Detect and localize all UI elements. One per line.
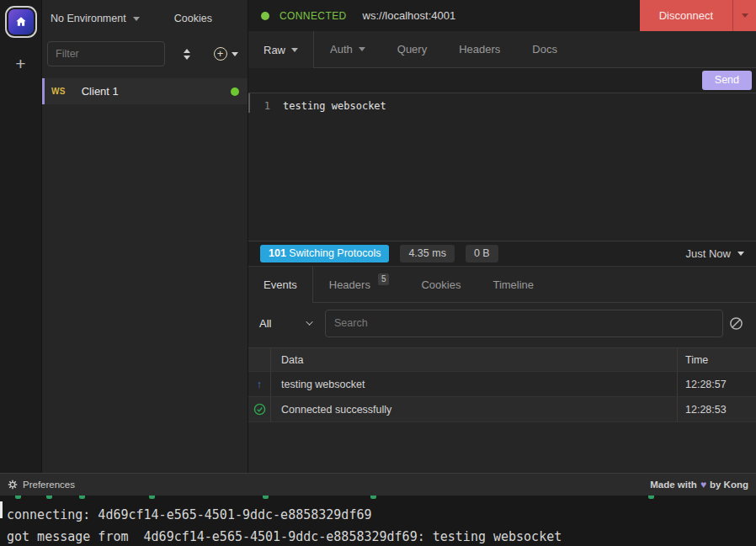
tab-headers-label: Headers <box>459 43 500 56</box>
sidebar-filter-row: + <box>42 37 248 71</box>
event-type-select[interactable]: All <box>259 317 313 330</box>
tab-docs-label: Docs <box>532 43 557 56</box>
disconnect-button[interactable]: Disconnect <box>640 0 732 31</box>
sidebar: No Environment Cookies + WS Client 1 <box>42 0 248 473</box>
editor-grip <box>248 93 250 113</box>
terminal-cursor <box>0 501 3 518</box>
icon-column-header <box>248 348 271 371</box>
insomnia-logo <box>8 9 34 34</box>
tab-headers[interactable]: Headers <box>443 31 516 67</box>
preferences-button[interactable]: Preferences <box>8 480 75 490</box>
event-type-value: All <box>259 317 271 330</box>
sort-up-icon <box>184 49 190 53</box>
chevron-down-icon <box>291 48 298 52</box>
events-search-input[interactable] <box>325 310 723 337</box>
cookies-button[interactable]: Cookies <box>174 13 212 24</box>
home-icon <box>14 15 28 29</box>
table-row[interactable]: Connected successfully 12:28:53 <box>248 397 756 422</box>
tab-query[interactable]: Query <box>381 31 443 67</box>
events-filter-row: All <box>248 303 756 343</box>
events-table: Data Time ↑ testing websocket 12:28:57 C… <box>248 347 756 422</box>
sort-button[interactable] <box>165 49 209 60</box>
chevron-down-icon <box>232 52 238 56</box>
event-data-cell: Connected successfully <box>271 397 678 421</box>
credit-suffix: by Kong <box>710 480 748 490</box>
request-tabbar: Raw Auth Query Headers Docs <box>248 31 756 68</box>
connected-check-icon <box>253 403 266 416</box>
plus-circle-icon: + <box>214 47 227 61</box>
disconnect-button-group: Disconnect <box>640 0 756 31</box>
headers-count-badge: 5 <box>378 273 390 285</box>
gear-icon <box>8 480 18 490</box>
tab-events[interactable]: Events <box>248 267 313 303</box>
response-size-chip: 0 B <box>466 245 498 262</box>
connection-status-label: CONNECTED <box>280 10 347 22</box>
ban-icon <box>729 316 743 331</box>
sidebar-top-bar: No Environment Cookies <box>42 0 248 37</box>
terminal-line: got message from 4d69cf14-e565-4501-9ddc… <box>7 526 756 546</box>
credit-prefix: Made with <box>650 480 697 490</box>
tab-raw-label: Raw <box>264 44 285 56</box>
tab-response-headers[interactable]: Headers5 <box>313 267 406 302</box>
clear-events-button[interactable] <box>729 316 745 331</box>
made-by-kong-credit: Made with ♥ by Kong <box>650 479 748 490</box>
message-sent-arrow-icon: ↑ <box>257 378 263 390</box>
home-button[interactable] <box>5 6 37 38</box>
sidebar-filter-input[interactable] <box>47 41 165 66</box>
tab-docs[interactable]: Docs <box>516 31 573 67</box>
chevron-down-icon <box>742 13 748 18</box>
new-project-button[interactable]: + <box>15 55 25 72</box>
status-bar: Preferences Made with ♥ by Kong <box>0 473 756 496</box>
ws-method-tag: WS <box>51 87 66 96</box>
response-history-label: Just Now <box>686 247 731 260</box>
tab-response-cookies-label: Cookies <box>421 278 461 291</box>
response-history-dropdown[interactable]: Just Now <box>686 247 744 260</box>
tab-timeline-label: Timeline <box>492 278 534 291</box>
main-empty-area <box>248 422 756 473</box>
request-tabbar-rest: Auth Query Headers Docs <box>314 31 756 68</box>
elapsed-time-chip: 4.35 ms <box>400 245 454 262</box>
chevron-down-icon <box>133 17 140 21</box>
status-code: 101 <box>269 247 286 259</box>
tab-auth[interactable]: Auth <box>314 31 381 67</box>
event-time-cell: 12:28:53 <box>678 397 756 421</box>
chevron-down-icon <box>306 318 312 325</box>
environment-selector[interactable]: No Environment <box>51 13 140 24</box>
client-name: Client 1 <box>82 85 231 98</box>
sidebar-item-client-1[interactable]: WS Client 1 <box>42 78 248 104</box>
main-panel: CONNECTED ws://localhost:4001 Disconnect… <box>248 0 756 473</box>
terminal[interactable]: connecting: 4d69cf14-e565-4501-9ddc-e885… <box>0 496 756 546</box>
event-data-cell: testing websocket <box>271 372 678 396</box>
table-row[interactable]: ↑ testing websocket 12:28:57 <box>248 372 756 397</box>
tab-timeline[interactable]: Timeline <box>476 267 550 302</box>
icon-rail: + <box>0 0 42 473</box>
tab-response-headers-label: Headers <box>329 278 370 291</box>
chevron-down-icon <box>359 47 365 51</box>
event-time-cell: 12:28:57 <box>678 372 756 396</box>
tab-response-cookies[interactable]: Cookies <box>405 267 476 302</box>
send-button[interactable]: Send <box>702 71 752 90</box>
response-status-bar: 101 Switching Protocols 4.35 ms 0 B Just… <box>248 241 756 267</box>
url-bar: CONNECTED ws://localhost:4001 Disconnect <box>248 0 756 31</box>
tab-raw[interactable]: Raw <box>248 31 314 68</box>
disconnect-dropdown-button[interactable] <box>732 0 756 31</box>
data-column-header: Data <box>271 348 678 371</box>
tab-events-label: Events <box>264 278 297 291</box>
environment-label: No Environment <box>51 13 126 24</box>
time-column-header: Time <box>678 348 756 371</box>
events-table-header: Data Time <box>248 348 756 372</box>
response-tabbar-rest: Headers5 Cookies Timeline <box>313 267 756 303</box>
add-request-button[interactable]: + <box>209 47 242 61</box>
preferences-label: Preferences <box>23 480 75 490</box>
send-row: Send <box>248 68 756 93</box>
tab-auth-label: Auth <box>330 43 353 56</box>
row-icon-cell <box>248 397 271 421</box>
connected-status-dot <box>231 87 239 96</box>
heart-icon: ♥ <box>700 479 706 490</box>
message-editor[interactable]: 1 testing websocket <box>248 93 756 241</box>
editor-content[interactable]: testing websocket <box>283 99 386 114</box>
websocket-url[interactable]: ws://localhost:4001 <box>363 9 640 22</box>
line-number: 1 <box>248 99 283 114</box>
terminal-line: connecting: 4d69cf14-e565-4501-9ddc-e885… <box>7 504 756 526</box>
editor-line: 1 testing websocket <box>248 99 756 114</box>
